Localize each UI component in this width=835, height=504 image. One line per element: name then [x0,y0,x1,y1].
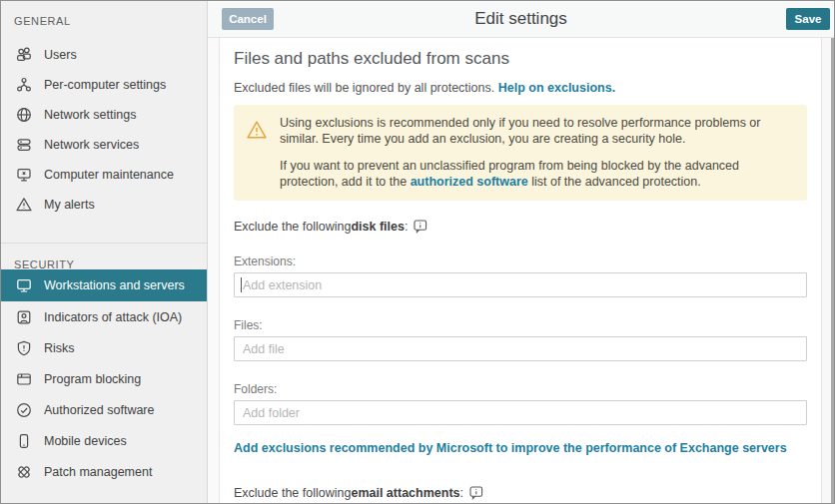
email-attachments-info-icon[interactable] [469,486,484,500]
sidebar-item-computer-maintenance[interactable]: Computer maintenance [1,160,207,190]
monitor-x-icon [15,166,33,184]
sidebar-section-general: GENERAL [1,12,207,30]
warning-p2-after: list of the advanced protection. [528,175,701,189]
sidebar-item-program-blocking[interactable]: Program blocking [1,363,207,394]
authorized-software-link[interactable]: authorized software [411,175,528,189]
sidebar-item-label: Authorized software [44,403,154,417]
content-scroll-area: Files and paths excluded from scans Excl… [208,38,834,503]
sidebar-item-label: Indicators of attack (IOA) [44,310,182,324]
save-button[interactable]: Save [786,8,830,30]
globe-icon [15,106,33,124]
sidebar-nav-security: Workstations and servers Indicators of a… [1,269,207,487]
sidebar-section-security: SECURITY [1,244,207,269]
warning-text: Using exclusions is recommended only if … [280,116,791,190]
users-icon [15,46,33,64]
scrollbar-track[interactable] [822,38,834,503]
disk-title-prefix: Exclude the following [234,220,351,234]
person-badge-icon [15,308,33,326]
app-window-icon [15,370,33,388]
sidebar-item-users[interactable]: Users [1,40,207,70]
edit-settings-header: Cancel Edit settings Save [208,1,834,38]
sidebar-item-label: Patch management [44,465,152,479]
server-stack-icon [15,136,33,154]
sidebar-item-indicators-of-attack[interactable]: Indicators of attack (IOA) [1,301,207,332]
page-title: Edit settings [208,9,834,29]
sidebar-item-network-settings[interactable]: Network settings [1,100,207,130]
cancel-button[interactable]: Cancel [222,8,274,30]
disk-title-suffix: : [405,220,408,234]
email-title-prefix: Exclude the following [234,486,351,500]
disk-extensions-input-wrap [234,272,807,297]
shield-exclamation-icon [15,339,33,357]
warning-triangle-icon [15,196,33,214]
text-cursor [241,277,242,292]
sidebar: GENERAL Users Per-computer settings Netw… [1,1,208,503]
disk-title-bold: disk files [351,220,405,234]
settings-panel: Files and paths excluded from scans Excl… [219,38,822,503]
sidebar-item-label: Risks [44,341,75,355]
check-circle-icon [15,401,33,419]
sidebar-item-label: Per-computer settings [44,78,166,92]
disk-folders-input-wrap [234,400,807,425]
sidebar-item-label: Network services [44,138,139,152]
disk-extensions-label: Extensions: [234,254,807,268]
hierarchy-icon [15,76,33,94]
sidebar-item-authorized-software[interactable]: Authorized software [1,394,207,425]
disk-files-input-wrap [234,336,807,361]
warning-paragraph-1: Using exclusions is recommended only if … [280,116,791,147]
sidebar-item-label: My alerts [44,198,95,212]
warning-triangle-icon [246,119,268,141]
email-attachments-section-title: Exclude the following email attachments: [234,486,807,500]
email-title-bold: email attachments [351,486,459,500]
sidebar-item-label: Computer maintenance [44,168,174,182]
sidebar-item-label: Program blocking [44,372,141,386]
intro-sentence: Excluded files will be ignored by all pr… [234,81,494,95]
sidebar-item-risks[interactable]: Risks [1,332,207,363]
sidebar-item-label: Mobile devices [44,434,127,448]
sidebar-item-patch-management[interactable]: Patch management [1,456,207,487]
email-title-suffix: : [460,486,463,500]
disk-files-info-icon[interactable] [414,220,428,234]
monitor-icon [15,276,33,294]
microsoft-exclusions-link[interactable]: Add exclusions recommended by Microsoft … [234,441,807,455]
disk-files-section-title: Exclude the following disk files: [234,220,807,234]
sidebar-item-label: Workstations and servers [44,278,185,292]
disk-folders-input[interactable] [234,400,807,425]
sidebar-item-per-computer-settings[interactable]: Per-computer settings [1,70,207,100]
section-heading: Files and paths excluded from scans [234,48,807,70]
sidebar-item-mobile-devices[interactable]: Mobile devices [1,425,207,456]
scrollbar-thumb[interactable] [831,38,834,503]
app-window: GENERAL Users Per-computer settings Netw… [0,0,835,504]
sidebar-item-my-alerts[interactable]: My alerts [1,190,207,220]
intro-text: Excluded files will be ignored by all pr… [234,81,807,95]
smartphone-icon [15,432,33,450]
sidebar-nav-general: Users Per-computer settings Network sett… [1,40,207,220]
disk-extensions-input[interactable] [234,272,807,297]
bandage-icon [15,463,33,481]
sidebar-item-label: Users [44,48,77,62]
sidebar-item-network-services[interactable]: Network services [1,130,207,160]
disk-folders-label: Folders: [234,382,807,396]
disk-files-input[interactable] [234,336,807,361]
sidebar-item-label: Network settings [44,108,136,122]
warning-paragraph-2: If you want to prevent an unclassified p… [280,159,791,190]
disk-files-label: Files: [234,318,807,332]
exclusions-warning-box: Using exclusions is recommended only if … [234,105,807,201]
help-on-exclusions-link[interactable]: Help on exclusions. [498,81,615,95]
main-area: Cancel Edit settings Save Files and path… [208,1,834,503]
